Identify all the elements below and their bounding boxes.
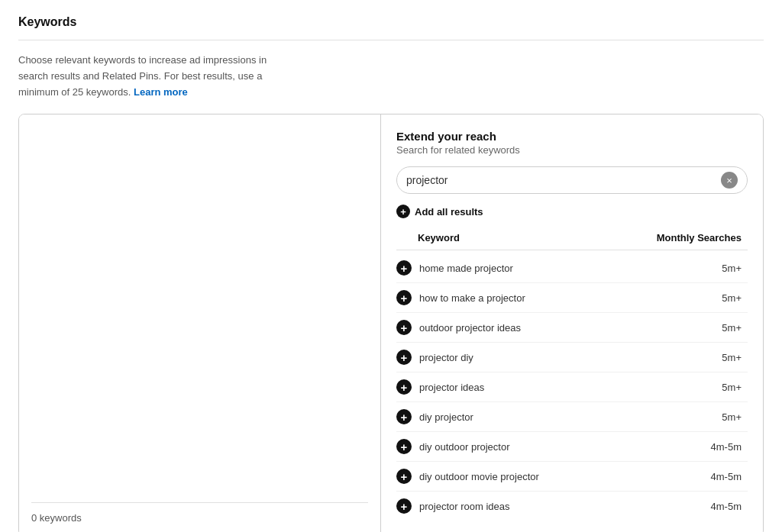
right-panel: Extend your reach Search for related key… xyxy=(381,114,763,532)
col-header-keyword: Keyword xyxy=(418,232,460,243)
keyword-searches: 5m+ xyxy=(722,352,742,363)
add-keyword-icon[interactable]: + xyxy=(396,498,412,514)
add-keyword-icon[interactable]: + xyxy=(396,439,412,454)
keyword-row[interactable]: +diy outdoor projector4m-5m xyxy=(396,432,748,462)
keyword-text: home made projector xyxy=(419,263,513,274)
clear-search-button[interactable]: × xyxy=(721,172,738,189)
keyword-row[interactable]: +outdoor projector ideas5m+ xyxy=(396,313,748,343)
keyword-row[interactable]: +projector room ideas4m-5m xyxy=(396,492,748,521)
keyword-text: projector diy xyxy=(419,352,473,363)
keyword-searches: 5m+ xyxy=(722,292,742,304)
keyword-searches: 4m-5m xyxy=(711,501,742,512)
keyword-row[interactable]: +projector ideas5m+ xyxy=(396,372,748,402)
page-container: Keywords Choose relevant keywords to inc… xyxy=(0,0,782,532)
keyword-text: projector room ideas xyxy=(419,501,510,512)
keyword-text: projector ideas xyxy=(419,382,484,393)
keyword-text: diy outdoor projector xyxy=(419,441,510,453)
keyword-row[interactable]: +diy projector5m+ xyxy=(396,402,748,432)
keyword-row[interactable]: +projector diy5m+ xyxy=(396,343,748,372)
extend-subtitle: Search for related keywords xyxy=(396,144,748,156)
keyword-row[interactable]: +how to make a projector5m+ xyxy=(396,283,748,313)
keyword-searches: 5m+ xyxy=(722,411,742,423)
panels-row: 0 keywords Extend your reach Search for … xyxy=(18,114,764,532)
extend-title: Extend your reach xyxy=(396,130,748,143)
add-all-icon: + xyxy=(396,205,410,218)
keyword-text: diy outdoor movie projector xyxy=(419,471,539,482)
keyword-searches: 5m+ xyxy=(722,263,742,274)
left-panel: 0 keywords xyxy=(19,114,381,532)
add-keyword-icon[interactable]: + xyxy=(396,469,412,484)
keyword-text: diy projector xyxy=(419,411,473,423)
keyword-searches: 5m+ xyxy=(722,382,742,393)
keywords-list: +home made projector5m++how to make a pr… xyxy=(396,253,748,521)
add-keyword-icon[interactable]: + xyxy=(396,260,412,276)
description-text: Choose relevant keywords to increase ad … xyxy=(18,53,293,100)
keyword-text: outdoor projector ideas xyxy=(419,322,521,334)
col-header-searches: Monthly Searches xyxy=(657,232,742,243)
keyword-row[interactable]: +home made projector5m+ xyxy=(396,253,748,283)
section-title: Keywords xyxy=(18,15,764,40)
learn-more-link[interactable]: Learn more xyxy=(134,86,188,98)
search-bar: × xyxy=(396,166,748,194)
add-keyword-icon[interactable]: + xyxy=(396,320,412,335)
keyword-text: how to make a projector xyxy=(419,292,525,304)
add-keyword-icon[interactable]: + xyxy=(396,409,412,424)
keywords-count: 0 keywords xyxy=(31,502,368,524)
keyword-searches: 5m+ xyxy=(722,322,742,334)
add-all-label: Add all results xyxy=(415,206,483,218)
add-keyword-icon[interactable]: + xyxy=(396,350,412,365)
search-input[interactable] xyxy=(406,174,721,186)
add-keyword-icon[interactable]: + xyxy=(396,290,412,305)
keyword-row[interactable]: +diy outdoor movie projector4m-5m xyxy=(396,462,748,492)
table-header: Keyword Monthly Searches xyxy=(396,227,748,250)
add-all-row[interactable]: + Add all results xyxy=(396,205,748,218)
add-keyword-icon[interactable]: + xyxy=(396,379,412,395)
keyword-searches: 4m-5m xyxy=(711,441,742,453)
keyword-searches: 4m-5m xyxy=(711,471,742,482)
